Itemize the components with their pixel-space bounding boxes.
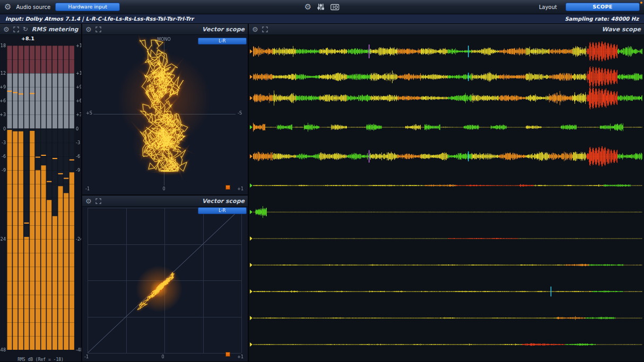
info-bar: Input: Dolby Atmos 7.1.4 | L-R-C-Lfe-Ls-… [0, 14, 644, 24]
wave-display [249, 35, 644, 361]
io-monitor-icon[interactable] [330, 4, 340, 11]
rms-peak-readout: +8.1 [0, 35, 81, 42]
rms-reset-icon[interactable]: ↻ [23, 26, 28, 32]
vector-top-title: Vector scope [202, 26, 245, 33]
wave-panel-title: Wave scope [602, 26, 641, 33]
xy-axis-max-label: +1 [237, 355, 243, 359]
vector-bottom-settings-gear-icon[interactable]: ⚙ [85, 198, 92, 205]
scope-view-button[interactable]: SCOPE [565, 3, 640, 11]
gonio-axis-min-label: -1 [85, 187, 90, 191]
rms-footer-label: RMS dB (Ref = -18) [0, 356, 81, 362]
vector-bottom-expand-icon[interactable] [95, 198, 101, 204]
vector-bottom-header: ⚙ Vector scope [82, 196, 248, 207]
wave-panel-header: ⚙ Wave scope [249, 24, 644, 35]
main-area: ⚙ ↻ RMS metering +8.1 RMS dB (Ref = -18)… [0, 24, 644, 361]
mono-label: MONO [157, 37, 170, 42]
gonio-axis-zero-label: 0 [162, 187, 165, 191]
minus-s-label: -S [238, 111, 242, 116]
vector-scope-bottom-panel: ⚙ Vector scope L-R -1 0 +1 [82, 196, 248, 361]
xy-scope-canvas [82, 207, 248, 361]
layout-button[interactable]: Layout [539, 4, 557, 10]
vector-scope-top-panel: ⚙ Vector scope L-R MONO +S -S -1 0 +1 [82, 24, 248, 195]
channels-mixer-icon[interactable] [317, 3, 325, 11]
vector-top-mode-button[interactable]: L-R [198, 38, 247, 45]
vector-top-expand-icon[interactable] [95, 27, 101, 32]
rms-meter-area [0, 42, 81, 356]
rms-settings-gear-icon[interactable]: ⚙ [3, 26, 10, 33]
vector-scope-column: ⚙ Vector scope L-R MONO +S -S -1 0 +1 [82, 24, 248, 361]
vector-top-header: ⚙ Vector scope [82, 24, 248, 35]
goniometer-display: L-R MONO +S -S -1 0 +1 [82, 35, 248, 195]
wave-canvas [249, 35, 644, 361]
top-toolbar: ⚙ Audio source Hardware input ⚙ Layout S… [0, 0, 644, 14]
gonio-clip-indicator[interactable] [225, 185, 230, 190]
xy-scope-display: L-R -1 0 +1 [82, 207, 248, 361]
rms-panel-header: ⚙ ↻ RMS metering [0, 24, 81, 35]
input-format-label: Input: Dolby Atmos 7.1.4 | L-R-C-Lfe-Ls-… [5, 16, 194, 22]
xy-clip-indicator[interactable] [225, 352, 230, 357]
wave-settings-gear-icon[interactable]: ⚙ [252, 26, 258, 33]
xy-axis-min-label: -1 [84, 355, 89, 359]
rms-metering-panel: ⚙ ↻ RMS metering +8.1 RMS dB (Ref = -18) [0, 24, 81, 361]
rms-panel-title: RMS metering [32, 26, 79, 33]
rms-expand-icon[interactable] [13, 27, 19, 32]
vector-bottom-title: Vector scope [202, 198, 245, 205]
audio-source-label: Audio source [16, 4, 50, 10]
plus-s-label: +S [86, 111, 92, 116]
rms-meter-canvas [0, 42, 81, 354]
vector-bottom-mode-button[interactable]: L-R [198, 207, 247, 214]
wave-expand-icon[interactable] [262, 27, 268, 32]
hardware-input-button[interactable]: Hardware input [55, 3, 120, 11]
sampling-rate-label: Sampling rate: 48000 Hz [565, 16, 639, 22]
settings-gear-icon[interactable]: ⚙ [4, 3, 11, 11]
goniometer-canvas [82, 35, 248, 195]
wave-scope-panel: ⚙ Wave scope [249, 24, 644, 361]
vector-top-settings-gear-icon[interactable]: ⚙ [85, 26, 92, 33]
global-settings-gear-icon[interactable]: ⚙ [304, 3, 311, 11]
gonio-axis-max-label: +1 [237, 187, 243, 191]
xy-axis-zero-label: 0 [161, 355, 164, 359]
status-indicator-dot [640, 2, 642, 4]
